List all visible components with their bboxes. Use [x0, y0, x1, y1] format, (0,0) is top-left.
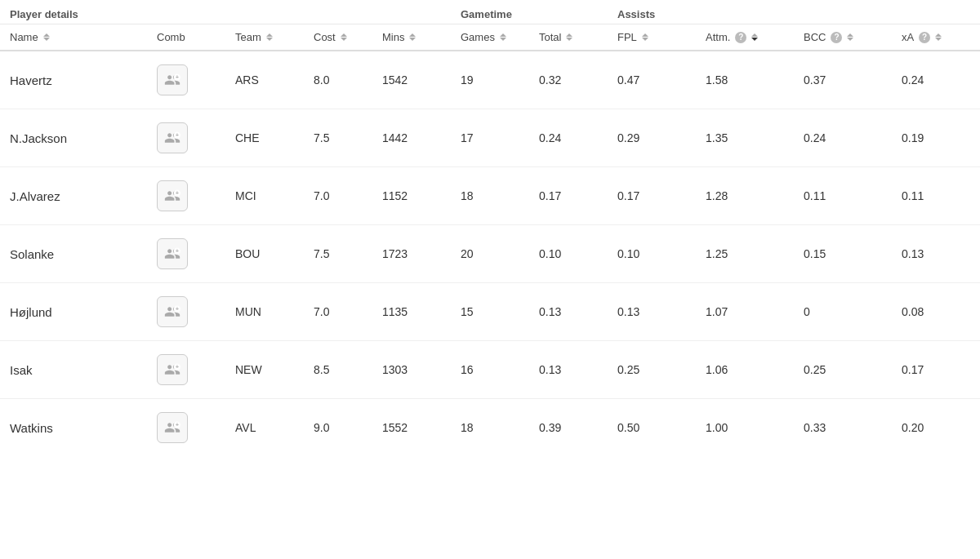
games-cell: 18 — [451, 399, 529, 457]
cost-cell: 8.0 — [304, 51, 372, 109]
cost-cell: 7.5 — [304, 225, 372, 283]
xa-info-icon[interactable]: ? — [919, 32, 930, 43]
col-xa[interactable]: xA ? — [892, 24, 980, 51]
bcc-cell: 0.11 — [794, 167, 892, 225]
table-row: N.Jackson + CHE7.51442170.240.291.350.24… — [0, 109, 980, 167]
mins-cell: 1152 — [372, 167, 451, 225]
mins-cell: 1723 — [372, 225, 451, 283]
cost-cell: 7.0 — [304, 167, 372, 225]
games-sort-icon — [500, 33, 506, 41]
col-team[interactable]: Team — [225, 24, 304, 51]
cost-sort-icon — [341, 33, 347, 41]
stats-table-container: Player details Gametime Assists Name Com… — [0, 0, 980, 456]
xa-cell: 0.17 — [892, 341, 980, 399]
add-to-combo-button[interactable]: + — [157, 296, 188, 327]
col-name[interactable]: Name — [0, 24, 147, 51]
table-row: Isak + NEW8.51303160.130.251.060.250.17 — [0, 341, 980, 399]
add-to-combo-button[interactable]: + — [157, 64, 188, 95]
mins-sort-icon — [409, 33, 416, 41]
attm-cell: 1.07 — [696, 283, 794, 341]
col-attm[interactable]: Attm. ? — [696, 24, 794, 51]
comb-cell: + — [147, 51, 225, 109]
add-to-combo-button[interactable]: + — [157, 180, 188, 211]
svg-text:+: + — [176, 364, 179, 370]
attm-cell: 1.06 — [696, 341, 794, 399]
games-cell: 18 — [451, 167, 529, 225]
fpl-cell: 0.25 — [608, 341, 696, 399]
add-to-combo-button[interactable]: + — [157, 412, 188, 443]
xa-cell: 0.20 — [892, 399, 980, 457]
player-name: Solanke — [0, 225, 147, 283]
fpl-cell: 0.47 — [608, 51, 696, 109]
col-total[interactable]: Total — [529, 24, 608, 51]
add-to-combo-button[interactable]: + — [157, 238, 188, 269]
col-cost[interactable]: Cost — [304, 24, 372, 51]
svg-text:+: + — [176, 74, 179, 80]
cost-cell: 7.0 — [304, 283, 372, 341]
col-games[interactable]: Games — [451, 24, 529, 51]
total-cell: 0.10 — [529, 225, 608, 283]
comb-cell: + — [147, 283, 225, 341]
games-cell: 17 — [451, 109, 529, 167]
attm-info-icon[interactable]: ? — [735, 32, 746, 43]
xa-sort-icon — [935, 33, 942, 41]
svg-text:+: + — [176, 248, 179, 254]
fpl-cell: 0.10 — [608, 225, 696, 283]
comb-cell: + — [147, 225, 225, 283]
add-to-combo-button[interactable]: + — [157, 122, 188, 153]
svg-text:+: + — [176, 132, 179, 138]
team-cell: BOU — [225, 225, 304, 283]
svg-text:+: + — [176, 306, 179, 312]
svg-text:+: + — [176, 422, 179, 428]
table-row: Solanke + BOU7.51723200.100.101.250.150.… — [0, 225, 980, 283]
attm-cell: 1.35 — [696, 109, 794, 167]
table-row: Watkins + AVL9.01552180.390.501.000.330.… — [0, 399, 980, 457]
player-name: Havertz — [0, 51, 147, 109]
column-groups: Player details Gametime Assists — [0, 0, 980, 24]
xa-cell: 0.19 — [892, 109, 980, 167]
total-cell: 0.13 — [529, 283, 608, 341]
team-cell: AVL — [225, 399, 304, 457]
name-sort-icon — [43, 33, 50, 41]
fpl-sort-icon — [642, 33, 648, 41]
total-cell: 0.32 — [529, 51, 608, 109]
col-bcc[interactable]: BCC ? — [794, 24, 892, 51]
xa-cell: 0.13 — [892, 225, 980, 283]
xa-cell: 0.11 — [892, 167, 980, 225]
player-details-group: Player details — [0, 0, 451, 24]
total-cell: 0.13 — [529, 341, 608, 399]
fpl-cell: 0.17 — [608, 167, 696, 225]
mins-cell: 1552 — [372, 399, 451, 457]
bcc-cell: 0.25 — [794, 341, 892, 399]
attm-cell: 1.28 — [696, 167, 794, 225]
mins-cell: 1542 — [372, 51, 451, 109]
cost-cell: 9.0 — [304, 399, 372, 457]
col-comb: Comb — [147, 24, 225, 51]
attm-cell: 1.58 — [696, 51, 794, 109]
comb-cell: + — [147, 109, 225, 167]
table-row: Havertz + ARS8.01542190.320.471.580.370.… — [0, 51, 980, 109]
bcc-info-icon[interactable]: ? — [831, 32, 842, 43]
bcc-sort-icon — [847, 33, 853, 41]
attm-cell: 1.00 — [696, 399, 794, 457]
total-cell: 0.17 — [529, 167, 608, 225]
team-cell: MCI — [225, 167, 304, 225]
team-sort-icon — [266, 33, 273, 41]
fpl-cell: 0.13 — [608, 283, 696, 341]
cost-cell: 7.5 — [304, 109, 372, 167]
bcc-cell: 0.24 — [794, 109, 892, 167]
games-cell: 20 — [451, 225, 529, 283]
add-to-combo-button[interactable]: + — [157, 354, 188, 385]
xa-cell: 0.08 — [892, 283, 980, 341]
assists-group: Assists — [608, 0, 980, 24]
gametime-group: Gametime — [451, 0, 608, 24]
player-stats-table: Player details Gametime Assists Name Com… — [0, 0, 980, 456]
col-fpl[interactable]: FPL — [608, 24, 696, 51]
bcc-cell: 0.33 — [794, 399, 892, 457]
comb-cell: + — [147, 341, 225, 399]
total-sort-icon — [566, 33, 572, 41]
col-mins[interactable]: Mins — [372, 24, 451, 51]
attm-sort-icon — [751, 33, 758, 41]
mins-cell: 1303 — [372, 341, 451, 399]
player-name: Isak — [0, 341, 147, 399]
